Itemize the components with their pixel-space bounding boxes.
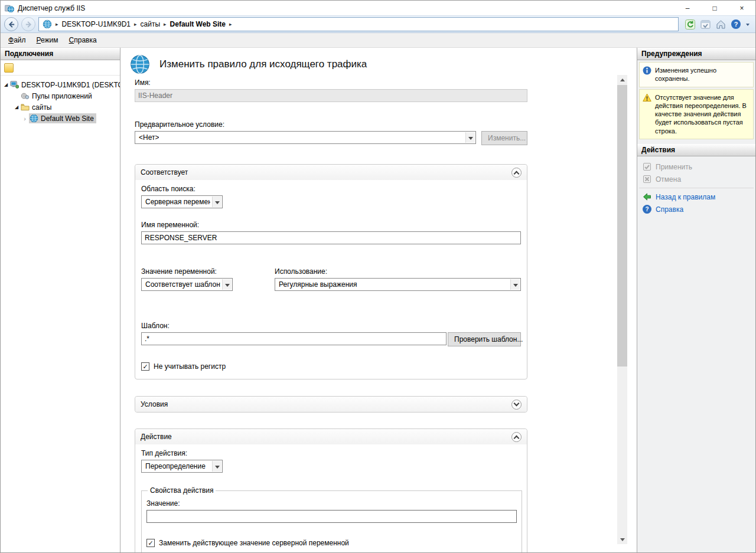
window-controls: – □ ×	[674, 1, 755, 15]
help-menu-chevron-icon[interactable]	[746, 24, 750, 28]
expander-expanded-icon[interactable]: ◢	[12, 104, 21, 110]
action-properties-group: Свойства действия Значение: ✓ Заменить д…	[141, 486, 522, 552]
forward-button[interactable]	[21, 17, 35, 31]
page-header: Изменить правило для исходящего трафика	[120, 48, 637, 75]
precondition-select[interactable]: <Нет>	[135, 131, 476, 144]
match-section-body: Область поиска: Серверная переменн Имя п…	[135, 180, 527, 379]
match-section-title: Соответствует	[141, 168, 188, 176]
action-section: Действие Тип действия: Переопределение С…	[135, 428, 527, 552]
breadcrumb-item-default-web-site[interactable]: Default Web Site	[170, 20, 226, 28]
tree-item-default-web-site-label: Default Web Site	[41, 114, 94, 123]
menu-help[interactable]: Справка	[64, 33, 102, 47]
match-section: Соответствует Область поиска: Серверная …	[135, 164, 527, 379]
breadcrumb-separator-icon: ▸	[229, 21, 232, 27]
action-section-header[interactable]: Действие	[135, 429, 527, 444]
apply-icon	[643, 162, 651, 171]
cancel-action: Отмена	[637, 173, 755, 185]
forward-arrow-icon	[25, 21, 32, 28]
variable-value-group: Значение переменной: Соответствует шабло…	[141, 267, 275, 291]
ignore-case-label: Не учитывать регистр	[154, 362, 226, 371]
collapse-button[interactable]	[511, 432, 522, 442]
cancel-icon	[643, 175, 651, 184]
menu-bar: Файл Режим Справка	[1, 33, 755, 48]
breadcrumb-item-server[interactable]: DESKTOP-U1MK9D1	[62, 20, 131, 28]
match-section-header[interactable]: Соответствует	[135, 165, 527, 180]
connections-header: Подключения	[1, 48, 120, 60]
tree-item-app-pools[interactable]: Пулы приложений	[2, 90, 120, 102]
help-icon[interactable]: ?	[731, 19, 741, 29]
tree-item-default-web-site[interactable]: › Default Web Site	[2, 113, 120, 124]
home-icon[interactable]	[716, 19, 726, 30]
ignore-case-checkbox[interactable]: ✓	[141, 362, 149, 371]
actions-header: Действия	[637, 144, 755, 156]
back-button[interactable]	[4, 17, 18, 31]
tree-item-server-label: DESKTOP-U1MK9D1 (DESKTOP	[21, 81, 120, 89]
breadcrumb-separator-icon: ▸	[56, 21, 58, 27]
tree-item-server[interactable]: ◢ DESKTOP-U1MK9D1 (DESKTOP	[2, 79, 120, 90]
menu-file[interactable]: Файл	[3, 33, 31, 47]
variable-name-input[interactable]	[141, 231, 521, 244]
expander-collapsed-icon[interactable]: ›	[21, 115, 29, 122]
vertical-scrollbar[interactable]	[617, 75, 627, 544]
help-action[interactable]: ? Справка	[637, 203, 755, 215]
info-alert-text: Изменения успешно сохранены.	[655, 66, 750, 83]
chevron-down-icon	[212, 461, 221, 472]
workspace: Подключения ◢ DESKTOP-U1MK9D1 (DESKTOP	[1, 48, 755, 552]
close-button[interactable]: ×	[728, 1, 755, 15]
variable-value-select[interactable]: Соответствует шаблону	[141, 278, 233, 291]
action-type-label: Тип действия:	[141, 449, 521, 457]
pattern-label: Шаблон:	[141, 322, 521, 330]
test-pattern-button[interactable]: Проверить шаблон...	[448, 332, 521, 346]
collapse-button[interactable]	[511, 168, 522, 178]
minimize-button[interactable]: –	[674, 1, 701, 15]
tree-selection: Default Web Site	[29, 113, 96, 123]
chevron-up-icon	[514, 435, 520, 441]
actions-list: Применить Отмена Назад к правилам	[637, 156, 755, 220]
apply-label: Применить	[656, 163, 692, 171]
back-arrow-icon	[8, 21, 15, 28]
connections-toolbar	[1, 60, 120, 76]
chevron-down-icon	[510, 279, 520, 290]
scope-select[interactable]: Серверная переменн	[141, 195, 223, 208]
edit-rule-page: Изменить правило для исходящего трафика …	[120, 48, 637, 552]
expander-expanded-icon[interactable]: ◢	[2, 82, 10, 87]
tree-item-app-pools-label: Пулы приложений	[32, 92, 92, 100]
chevron-down-icon	[465, 132, 475, 143]
breadcrumb-item-sites[interactable]: сайты	[141, 20, 161, 28]
delegation-icon[interactable]	[700, 19, 711, 30]
using-select[interactable]: Регулярные выражения	[275, 278, 521, 291]
actions-panel: Предупреждения Изменения успешно сохране…	[637, 48, 755, 552]
precondition-label: Предварительное условие:	[135, 120, 527, 129]
back-arrow-green-icon	[643, 192, 651, 201]
expand-button[interactable]	[511, 400, 522, 410]
page-title: Изменить правило для исходящего трафика	[159, 58, 367, 70]
warning-alert-text: Отсутствует значение для действия переоп…	[655, 93, 750, 135]
conditions-section-header[interactable]: Условия	[135, 397, 527, 412]
application-pools-icon	[21, 91, 30, 100]
save-connection-icon[interactable]	[4, 63, 14, 73]
breadcrumb-separator-icon: ▸	[164, 21, 167, 27]
scrollbar-thumb[interactable]	[617, 85, 627, 367]
refresh-icon[interactable]	[685, 19, 695, 30]
action-type-value: Переопределение	[145, 462, 206, 470]
replace-value-checkbox[interactable]: ✓	[146, 539, 155, 547]
breadcrumb[interactable]: ▸ DESKTOP-U1MK9D1 ▸ сайты ▸ Default Web …	[38, 17, 679, 31]
back-to-rules-action[interactable]: Назад к правилам	[637, 191, 755, 203]
replace-value-row: ✓ Заменить действующее значение серверно…	[146, 539, 517, 547]
pattern-input[interactable]	[141, 332, 447, 345]
help-label: Справка	[656, 205, 683, 214]
addressbar-toolbar: ?	[685, 19, 750, 30]
action-section-title: Действие	[141, 433, 172, 441]
action-type-select[interactable]: Переопределение	[141, 460, 223, 473]
tree-item-sites[interactable]: ◢ сайты	[2, 102, 120, 113]
alerts-header: Предупреждения	[637, 48, 755, 60]
replace-value-label: Заменить действующее значение серверной …	[159, 539, 349, 547]
value-input[interactable]	[146, 510, 517, 523]
menu-view[interactable]: Режим	[31, 33, 64, 47]
maximize-button[interactable]: □	[701, 1, 728, 15]
using-group: Использование: Регулярные выражения	[275, 267, 521, 291]
scroll-down-button[interactable]	[617, 534, 627, 544]
scroll-up-button[interactable]	[617, 75, 627, 85]
site-globe-icon	[30, 114, 38, 123]
edit-precondition-button: Изменить...	[481, 131, 527, 145]
